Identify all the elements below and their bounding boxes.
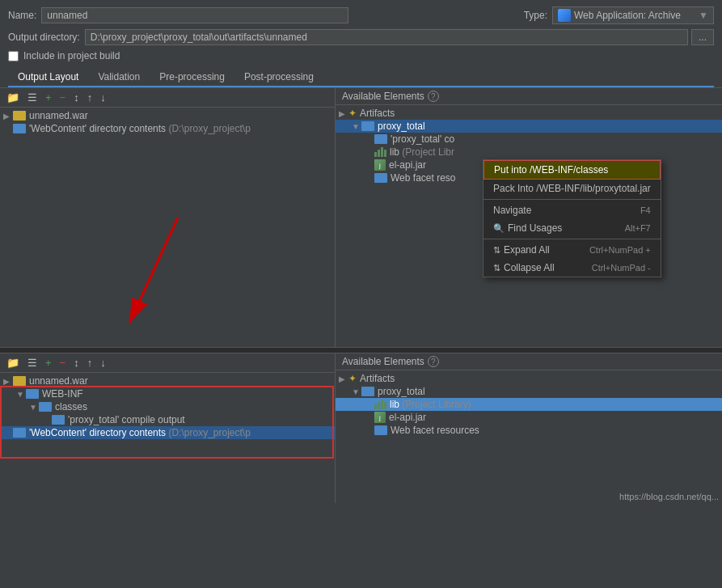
artifacts-icon-b: ✦: [348, 373, 357, 384]
collapse-icon: ⇅: [493, 263, 500, 273]
list-icon-btn[interactable]: ☰: [24, 91, 40, 104]
left-tree-bottom: ▶ unnamed.war ▼ WEB-INF ▼ classes: [0, 373, 335, 503]
output-dir-input[interactable]: [85, 29, 688, 45]
tab-post-processing[interactable]: Post-processing: [234, 68, 323, 86]
menu-item-put-into-label: Put into /WEB-INF/classes: [494, 164, 608, 176]
help-icon-b[interactable]: ?: [428, 356, 439, 367]
tree-item-war-b[interactable]: ▶ unnamed.war: [0, 374, 335, 387]
arrow-war-b: ▶: [3, 377, 13, 386]
tree-item-lib-top[interactable]: lib (Project Libr: [336, 146, 722, 159]
classes-icon: [39, 402, 52, 412]
remove-btn-b[interactable]: −: [57, 356, 70, 370]
menu-item-pack-into-label: Pack Into /WEB-INF/lib/proxytotal.jar: [493, 183, 651, 194]
add-btn[interactable]: +: [42, 91, 55, 104]
artifacts-label: Artifacts: [360, 108, 395, 119]
help-icon[interactable]: ?: [428, 91, 439, 102]
webcontent-folder-icon: [13, 124, 26, 133]
tree-item-artifacts[interactable]: ▶ ✦ Artifacts: [336, 107, 722, 120]
webinf-icon: [26, 389, 39, 399]
down-btn-b[interactable]: ↓: [97, 356, 109, 370]
navigate-shortcut: F4: [640, 205, 651, 215]
type-select[interactable]: Web Application: Archive ▼: [552, 6, 714, 24]
right-tree-bottom: ▶ ✦ Artifacts ▼ proxy_total: [336, 370, 722, 503]
tree-item-proxy-total-co[interactable]: 'proxy_total' co: [336, 133, 722, 146]
bottom-section: 📁 ☰ + − ↕ ↑ ↓ ▶ unnamed.war ▼ WEB-INF: [0, 353, 722, 503]
find-usages-label: Find Usages: [508, 222, 562, 234]
item-war-b: unnamed.war: [29, 375, 88, 387]
menu-item-expand-all[interactable]: ⇅ Expand All Ctrl+NumPad +: [483, 241, 661, 259]
right-panel-bottom: Available Elements ? ▶ ✦ Artifacts ▼ pro…: [336, 353, 722, 503]
collapse-all-label: Collapse All: [504, 262, 555, 273]
menu-item-collapse-all[interactable]: ⇅ Collapse All Ctrl+NumPad -: [483, 259, 661, 277]
war-folder-icon: [13, 111, 26, 121]
available-header-top: Available Elements ?: [336, 88, 722, 105]
tree-item-artifacts-b[interactable]: ▶ ✦ Artifacts: [336, 372, 722, 385]
tree-item-lib-b[interactable]: lib (Project Library): [336, 398, 722, 411]
list-icon-btn-b[interactable]: ☰: [24, 356, 40, 370]
include-label: Include in project build: [23, 50, 120, 61]
top-panel: Name: Type: Web Application: Archive ▼ O…: [0, 0, 722, 88]
proxy-total-label: proxy_total: [378, 121, 425, 132]
chevron-down-icon: ▼: [699, 10, 708, 21]
arrow-classes: ▼: [29, 403, 39, 412]
artifacts-label-b: Artifacts: [360, 373, 395, 384]
el-api-label-b: el-api.jar: [389, 412, 426, 423]
tree-item-proxy-total[interactable]: ▼ proxy_total: [336, 120, 722, 133]
folder-icon-btn-b[interactable]: 📁: [3, 356, 23, 370]
tree-item-web-facet-b[interactable]: Web facet resources: [336, 424, 722, 437]
menu-item-find-usages[interactable]: 🔍 Find Usages Alt+F7: [483, 219, 661, 237]
menu-item-navigate[interactable]: Navigate F4: [483, 201, 661, 219]
web-facet-icon-b: [374, 425, 387, 435]
co-folder-icon: [374, 134, 387, 144]
include-checkbox[interactable]: [8, 51, 19, 61]
item-compile: 'proxy_total' compile output: [68, 414, 185, 425]
down-btn[interactable]: ↓: [97, 91, 109, 104]
artifacts-arrow-b: ▶: [339, 374, 348, 383]
tree-item-compile-output[interactable]: 'proxy_total' compile output: [0, 413, 335, 426]
item-webcontent: 'WebContent' directory contents (D:\prox…: [29, 123, 251, 134]
tree-item-webcontent-b[interactable]: 'WebContent' directory contents (D:\prox…: [0, 426, 335, 439]
lib-label-b: lib (Project Library): [390, 399, 471, 410]
left-toolbar-top: 📁 ☰ + − ↕ ↑ ↓: [0, 88, 335, 108]
menu-item-put-into[interactable]: Put into /WEB-INF/classes: [483, 160, 661, 180]
item-webcontent-b: 'WebContent' directory contents (D:\prox…: [29, 427, 251, 438]
name-input[interactable]: [41, 7, 348, 23]
collapse-all-shortcut: Ctrl+NumPad -: [592, 263, 651, 273]
lib-bar-icon: [374, 147, 386, 157]
artifacts-icon: ✦: [348, 108, 357, 119]
available-label-b: Available Elements: [342, 356, 424, 367]
tree-item-proxy-total-b[interactable]: ▼ proxy_total: [336, 385, 722, 398]
up-btn-b[interactable]: ↑: [84, 356, 96, 370]
sort-btn-b[interactable]: ↕: [70, 356, 82, 370]
tree-item-webinf[interactable]: ▼ WEB-INF: [0, 387, 335, 400]
tree-item-war[interactable]: ▶ unnamed.war: [0, 109, 335, 122]
available-header-bottom: Available Elements ?: [336, 353, 722, 370]
folder-icon-btn[interactable]: 📁: [3, 91, 23, 104]
name-label: Name:: [8, 10, 36, 21]
output-dir-row: Output directory: ...: [8, 29, 714, 45]
tab-output-layout[interactable]: Output Layout: [8, 68, 88, 87]
tab-pre-processing[interactable]: Pre-processing: [150, 68, 234, 86]
add-btn-b[interactable]: +: [42, 356, 55, 370]
remove-btn[interactable]: −: [57, 91, 70, 104]
tree-item-classes[interactable]: ▼ classes: [0, 400, 335, 413]
browse-button[interactable]: ...: [691, 29, 714, 45]
tab-validation[interactable]: Validation: [88, 68, 150, 86]
tree-item-el-api-b[interactable]: j el-api.jar: [336, 411, 722, 424]
find-icon: 🔍: [493, 223, 505, 234]
include-checkbox-row: Include in project build: [8, 50, 714, 61]
proxy-total-label-b: proxy_total: [378, 386, 425, 397]
find-usages-shortcut: Alt+F7: [625, 223, 651, 233]
top-section: 📁 ☰ + − ↕ ↑ ↓ ▶ unnamed.war 'WebContent'…: [0, 88, 722, 347]
expand-icon: ⇅: [493, 245, 500, 256]
up-btn[interactable]: ↑: [84, 91, 96, 104]
proxy-total-arrow: ▼: [352, 122, 361, 131]
menu-item-pack-into[interactable]: Pack Into /WEB-INF/lib/proxytotal.jar: [483, 180, 661, 197]
sort-btn[interactable]: ↕: [70, 91, 82, 104]
expand-arrow: ▶: [3, 112, 13, 121]
type-value: Web Application: Archive: [574, 10, 681, 21]
left-panel-bottom: 📁 ☰ + − ↕ ↑ ↓ ▶ unnamed.war ▼ WEB-INF: [0, 353, 336, 503]
right-panel-top: Available Elements ? ▶ ✦ Artifacts ▼ pro…: [336, 88, 722, 347]
context-menu: Put into /WEB-INF/classes Pack Into /WEB…: [483, 159, 661, 277]
tree-item-webcontent[interactable]: 'WebContent' directory contents (D:\prox…: [0, 122, 335, 135]
